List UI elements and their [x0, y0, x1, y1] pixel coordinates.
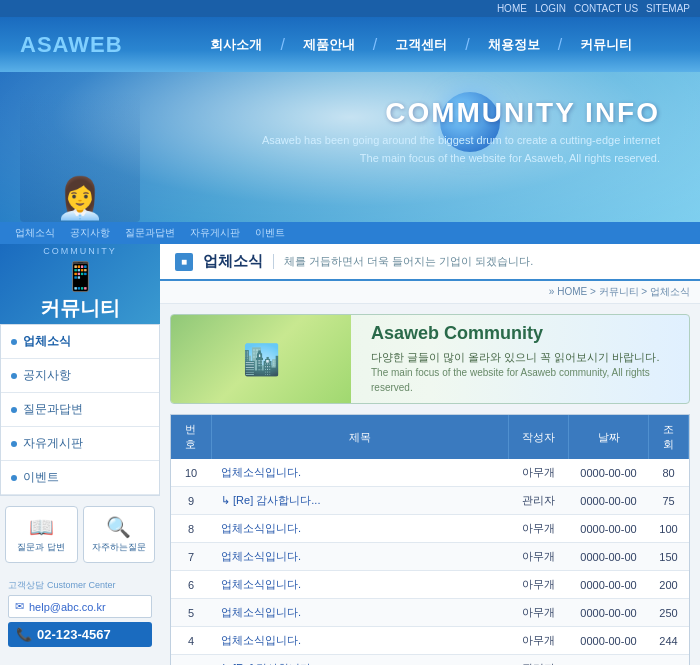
email-icon: ✉	[15, 600, 24, 613]
email-address: help@abc.co.kr	[29, 601, 106, 613]
cell-number: 6	[171, 571, 211, 599]
page-header: ■ 업체소식 체를 거듭하면서 더욱 들어지는 기업이 되겠습니다.	[160, 244, 700, 281]
banner-city-icon: 🏙️	[243, 342, 280, 377]
top-nav-login[interactable]: LOGIN	[535, 3, 566, 14]
post-link[interactable]: 업체소식입니다.	[221, 578, 301, 590]
cell-number: 7	[171, 543, 211, 571]
customer-center-title: 고객상담 Customer Center	[8, 578, 152, 592]
sidebar-item-board[interactable]: 자유게시판	[1, 427, 159, 461]
subnav-qna[interactable]: 질문과답변	[125, 226, 175, 240]
hero-banner: 👩‍💼 COMMUNITY INFO Asaweb has been going…	[0, 72, 700, 222]
cell-title: ↳ [Re] 감사합니다...	[211, 655, 509, 666]
sidebar-header: COMMUNITY 📱 커뮤니티	[0, 244, 160, 324]
table-row: 4업체소식입니다.아무개0000-00-00244	[171, 627, 689, 655]
sidebar-widget-qna[interactable]: 📖 질문과 답변	[5, 506, 78, 563]
table-body: 10업체소식입니다.아무개0000-00-00809↳ [Re] 감사합니다..…	[171, 459, 689, 665]
menu-dot	[11, 441, 17, 447]
col-date: 날짜	[569, 415, 649, 459]
cell-date: 0000-00-00	[569, 627, 649, 655]
cell-title: 업체소식입니다.	[211, 599, 509, 627]
page-description: 체를 거듭하면서 더욱 들어지는 기업이 되겠습니다.	[273, 254, 533, 269]
table-row: 6업체소식입니다.아무개0000-00-00200	[171, 571, 689, 599]
sidebar-community-icon: 📱	[63, 260, 98, 293]
top-nav-home[interactable]: HOME	[497, 3, 527, 14]
sidebar-item-notice[interactable]: 공지사항	[1, 359, 159, 393]
phone-icon: 📞	[16, 627, 32, 642]
cell-title: 업체소식입니다.	[211, 627, 509, 655]
nav-recruit[interactable]: 채용정보	[470, 36, 558, 54]
nav-customer[interactable]: 고객센터	[377, 36, 465, 54]
page-icon: ■	[175, 253, 193, 271]
hero-person-image: 👩‍💼	[20, 92, 140, 222]
cell-date: 0000-00-00	[569, 487, 649, 515]
cell-views: 100	[649, 515, 689, 543]
menu-dot	[11, 373, 17, 379]
cell-date: 0000-00-00	[569, 515, 649, 543]
sidebar-menu: 업체소식 공지사항 질문과답변 자유게시판 이벤트	[0, 324, 160, 496]
cell-views: 235	[649, 655, 689, 666]
post-link[interactable]: ↳ [Re] 감사합니다...	[221, 494, 320, 506]
col-title: 제목	[211, 415, 509, 459]
cell-date: 0000-00-00	[569, 599, 649, 627]
banner-title: Asaweb Community	[371, 323, 669, 344]
cell-author: 관리자	[509, 655, 569, 666]
nav-products[interactable]: 제품안내	[285, 36, 373, 54]
menu-dot	[11, 475, 17, 481]
sidebar-widget-faq[interactable]: 🔍 자주하는질문	[83, 506, 156, 563]
nav-community[interactable]: 커뮤니티	[562, 36, 650, 54]
top-nav-contact[interactable]: CONTACT US	[574, 3, 638, 14]
cell-number: 10	[171, 459, 211, 487]
banner-image: 🏙️	[171, 315, 351, 403]
col-author: 작성자	[509, 415, 569, 459]
main-navigation: 회사소개 / 제품안내 / 고객센터 / 채용정보 / 커뮤니티	[143, 36, 700, 54]
page-content: ■ 업체소식 체를 거듭하면서 더욱 들어지는 기업이 되겠습니다. » HOM…	[160, 244, 700, 665]
subnav-board[interactable]: 자유게시판	[190, 226, 240, 240]
sidebar-item-event[interactable]: 이벤트	[1, 461, 159, 495]
col-number: 번호	[171, 415, 211, 459]
cell-date: 0000-00-00	[569, 459, 649, 487]
cell-title: 업체소식입니다.	[211, 571, 509, 599]
table-row: 7업체소식입니다.아무개0000-00-00150	[171, 543, 689, 571]
table-row: 3↳ [Re] 감사합니다...관리자0000-00-00235	[171, 655, 689, 666]
cell-title: ↳ [Re] 감사합니다...	[211, 487, 509, 515]
cell-author: 아무개	[509, 627, 569, 655]
table-header: 번호 제목 작성자 날짜 조회	[171, 415, 689, 459]
cell-date: 0000-00-00	[569, 543, 649, 571]
cell-author: 아무개	[509, 571, 569, 599]
post-link[interactable]: 업체소식입니다.	[221, 466, 301, 478]
post-link[interactable]: 업체소식입니다.	[221, 634, 301, 646]
cell-number: 5	[171, 599, 211, 627]
phone-number: 02-123-4567	[37, 627, 111, 642]
cell-title: 업체소식입니다.	[211, 515, 509, 543]
qna-label: 질문과 답변	[11, 541, 72, 554]
nav-company[interactable]: 회사소개	[192, 36, 280, 54]
sidebar-menu-label: 자유게시판	[23, 435, 83, 452]
sidebar-item-company-news[interactable]: 업체소식	[1, 325, 159, 359]
banner-subtext: The main focus of the website for Asaweb…	[371, 365, 669, 395]
site-logo: ASAWEB	[0, 32, 143, 58]
cell-title: 업체소식입니다.	[211, 543, 509, 571]
hero-person: 👩‍💼	[20, 92, 140, 222]
main-header: ASAWEB 회사소개 / 제품안내 / 고객센터 / 채용정보 / 커뮤니티	[0, 17, 700, 72]
subnav-notice[interactable]: 공지사항	[70, 226, 110, 240]
breadcrumb: » HOME > 커뮤니티 > 업체소식	[160, 281, 700, 304]
hero-title: COMMUNITY INFO	[385, 97, 660, 129]
cell-author: 아무개	[509, 515, 569, 543]
subnav-company-news[interactable]: 업체소식	[15, 226, 55, 240]
post-link[interactable]: 업체소식입니다.	[221, 606, 301, 618]
sidebar-item-qna[interactable]: 질문과답변	[1, 393, 159, 427]
cell-number: 8	[171, 515, 211, 543]
post-link[interactable]: 업체소식입니다.	[221, 550, 301, 562]
banner-text-area: Asaweb Community 다양한 글들이 많이 올라와 있으니 꼭 읽어…	[351, 314, 689, 404]
top-nav-sitemap[interactable]: SITEMAP	[646, 3, 690, 14]
posts-table: 번호 제목 작성자 날짜 조회 10업체소식입니다.아무개0000-00-008…	[171, 415, 689, 665]
post-link[interactable]: 업체소식입니다.	[221, 522, 301, 534]
menu-dot	[11, 407, 17, 413]
cell-views: 244	[649, 627, 689, 655]
subnav-event[interactable]: 이벤트	[255, 226, 285, 240]
cell-views: 250	[649, 599, 689, 627]
page-title: 업체소식	[203, 252, 263, 271]
sidebar-community-title: 커뮤니티	[40, 295, 120, 322]
posts-table-container: 번호 제목 작성자 날짜 조회 10업체소식입니다.아무개0000-00-008…	[170, 414, 690, 665]
cell-date: 0000-00-00	[569, 655, 649, 666]
